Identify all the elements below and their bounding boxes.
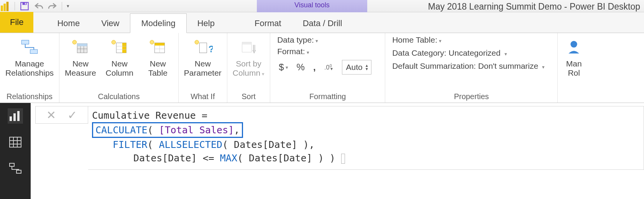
- svg-rect-4: [23, 2, 27, 5]
- new-measure-button[interactable]: New Measure: [62, 35, 99, 78]
- data-category-label: Data Category:: [392, 48, 446, 57]
- svg-text:?: ?: [209, 44, 213, 54]
- formula-actions: ✕ ✓: [35, 106, 88, 124]
- svg-rect-32: [10, 116, 12, 121]
- group-whatif-label: What If: [182, 91, 224, 103]
- group-relationships-label: Relationships: [3, 91, 56, 103]
- svg-text:.0: .0: [324, 64, 329, 71]
- svg-rect-6: [21, 40, 29, 44]
- sort-by-column-button[interactable]: Sort by Column: [230, 35, 267, 78]
- func-filter: FILTER: [113, 139, 147, 150]
- svg-rect-28: [242, 42, 251, 45]
- ribbon: Manage Relationships Relationships New M…: [0, 33, 644, 103]
- new-table-label: New Table: [148, 59, 168, 78]
- group-relationships: Manage Relationships Relationships: [0, 33, 59, 103]
- func-max: MAX: [220, 153, 237, 164]
- group-security-label: [561, 91, 587, 103]
- svg-point-14: [112, 40, 115, 44]
- report-view-icon[interactable]: [8, 108, 23, 124]
- undo-icon[interactable]: [32, 2, 46, 10]
- svg-point-31: [571, 41, 577, 47]
- file-tab[interactable]: File: [0, 12, 33, 33]
- cursor-caret: [341, 154, 345, 164]
- svg-rect-0: [1, 5, 3, 11]
- view-switcher: [0, 103, 31, 199]
- comma-format-button[interactable]: ,: [312, 62, 317, 73]
- formula-editor[interactable]: Cumulative Revenue = CALCULATE( [Total S…: [88, 106, 644, 170]
- decimal-places-value: Auto: [346, 63, 363, 72]
- new-table-icon: [147, 36, 169, 58]
- group-calculations-label: Calculations: [62, 91, 175, 103]
- qat-customize-icon[interactable]: ▾: [64, 3, 72, 9]
- new-measure-icon: [70, 36, 91, 58]
- redo-icon[interactable]: [46, 2, 59, 10]
- svg-rect-33: [13, 113, 16, 121]
- tab-help[interactable]: Help: [187, 14, 225, 33]
- window-title: May 2018 Learning Summit Demo - Power BI…: [428, 2, 640, 12]
- save-icon[interactable]: [17, 1, 32, 11]
- manage-roles-label: Man Rol: [566, 59, 582, 78]
- data-view-icon[interactable]: [8, 134, 23, 150]
- powerbi-logo-icon: [1, 1, 11, 11]
- group-formatting: Data type: Format: $ % , .00 Auto ▲▼: [270, 33, 385, 103]
- currency-format-button[interactable]: $: [277, 62, 289, 73]
- new-parameter-label: New Parameter: [184, 59, 222, 78]
- group-properties: Home Table: Data Category: Uncategorized…: [385, 33, 558, 103]
- manage-relationships-label: Manage Relationships: [5, 59, 54, 78]
- cancel-formula-icon[interactable]: ✕: [46, 108, 56, 122]
- data-type-dropdown[interactable]: Data type:: [277, 35, 318, 45]
- default-summarization-dropdown[interactable]: Default Summarization: Don't summarize: [392, 61, 545, 71]
- separator: [62, 2, 62, 10]
- col-dates-2: Dates[Date]: [133, 153, 197, 164]
- func-calculate: CALCULATE: [95, 124, 147, 136]
- measure-name: Cumulative Revenue: [92, 110, 196, 121]
- svg-rect-41: [16, 170, 21, 173]
- ribbon-tabs: File Home View Modeling Help Format Data…: [0, 12, 644, 33]
- manage-relationships-button[interactable]: Manage Relationships: [3, 35, 56, 78]
- new-table-button[interactable]: New Table: [141, 35, 175, 78]
- group-sort: Sort by Column Sort: [227, 33, 270, 103]
- svg-rect-5: [25, 3, 26, 4]
- title-bar: ▾ Visual tools May 2018 Learning Summit …: [0, 0, 644, 12]
- ref-total-sales: [Total Sales]: [159, 124, 234, 136]
- data-category-value: Uncategorized: [449, 48, 500, 57]
- tab-view[interactable]: View: [90, 14, 130, 33]
- model-view-icon[interactable]: [8, 161, 23, 176]
- func-allselected: ALLSELECTED: [159, 139, 222, 150]
- data-category-dropdown[interactable]: Data Category: Uncategorized: [392, 48, 545, 58]
- new-parameter-icon: ?: [192, 36, 214, 58]
- group-whatif: ? New Parameter What If: [179, 33, 227, 103]
- col-dates-1: Dates[Date]: [234, 139, 297, 150]
- format-dropdown[interactable]: Format:: [277, 47, 309, 56]
- svg-rect-34: [17, 111, 20, 121]
- tab-modeling[interactable]: Modeling: [130, 13, 186, 33]
- tab-data-drill[interactable]: Data / Drill: [292, 14, 353, 33]
- manage-relationships-icon: [19, 36, 40, 58]
- spinner-arrows-icon[interactable]: ▲▼: [365, 64, 369, 71]
- svg-point-19: [150, 40, 154, 44]
- group-properties-label: Properties: [388, 91, 554, 103]
- percent-format-button[interactable]: %: [295, 62, 306, 73]
- group-calculations: New Measure New Column New Table Calcula…: [59, 33, 179, 103]
- op: <=: [203, 153, 214, 164]
- svg-rect-21: [154, 43, 164, 46]
- commit-formula-icon[interactable]: ✓: [67, 108, 77, 122]
- new-column-label: New Column: [106, 59, 133, 78]
- group-sort-label: Sort: [230, 91, 267, 103]
- svg-rect-27: [242, 42, 251, 52]
- home-table-dropdown[interactable]: Home Table:: [392, 35, 545, 45]
- decimal-icon: .00: [323, 63, 337, 72]
- svg-point-8: [72, 40, 76, 44]
- tab-home[interactable]: Home: [46, 14, 90, 33]
- manage-roles-button[interactable]: Man Rol: [561, 35, 587, 78]
- separator: [15, 2, 15, 10]
- tab-format[interactable]: Format: [244, 14, 292, 33]
- decimal-places-input[interactable]: Auto ▲▼: [342, 60, 371, 75]
- svg-rect-25: [199, 43, 207, 53]
- new-column-button[interactable]: New Column: [102, 35, 137, 78]
- new-parameter-button[interactable]: ? New Parameter: [182, 35, 224, 78]
- default-summarization-label: Default Summarization:: [392, 61, 476, 70]
- svg-rect-16: [122, 43, 126, 53]
- svg-rect-40: [10, 163, 14, 166]
- work-area: ✕ ✓ Cumulative Revenue = CALCULATE( [Tot…: [0, 103, 644, 199]
